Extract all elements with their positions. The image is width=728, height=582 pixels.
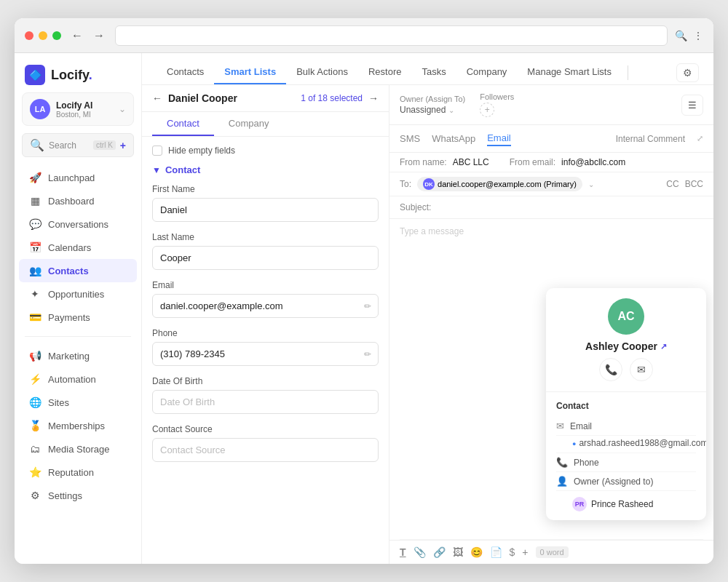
sub-tabs: Contact Company (142, 112, 389, 137)
sidebar-item-settings[interactable]: ⚙ Settings (19, 484, 137, 507)
traffic-light-red[interactable] (25, 31, 33, 40)
cc-button[interactable]: CC (666, 179, 678, 189)
to-recipient-chip[interactable]: DK daniel.cooper@example.com (Primary) (417, 177, 582, 191)
sub-tab-company[interactable]: Company (214, 112, 284, 136)
sidebar-item-launchpad[interactable]: 🚀 Launchpad (19, 166, 137, 189)
tab-manage-smart-lists[interactable]: Manage Smart Lists (517, 60, 622, 84)
settings-gear-button[interactable]: ⚙ (676, 63, 699, 82)
contact-card-avatar: AC (608, 298, 644, 335)
email-button[interactable]: ✉ (630, 358, 653, 381)
dob-input[interactable] (152, 390, 379, 414)
tab-restore[interactable]: Restore (358, 60, 412, 84)
bcc-button[interactable]: BCC (685, 179, 703, 189)
firstname-label: First Name (152, 184, 379, 194)
document-icon[interactable]: 📄 (490, 546, 502, 558)
from-email-value: info@abcllc.com (561, 157, 625, 167)
sidebar-item-contacts[interactable]: 👥 Contacts (19, 259, 137, 282)
sidebar-item-memberships[interactable]: 🏅 Memberships (19, 414, 137, 437)
back-arrow-icon[interactable]: ← (152, 92, 162, 104)
emoji-icon[interactable]: 😊 (470, 546, 483, 558)
tab-company[interactable]: Company (456, 60, 518, 84)
sidebar-item-reputation[interactable]: ⭐ Reputation (19, 461, 137, 484)
sidebar-item-payments[interactable]: 💳 Payments (19, 306, 137, 329)
external-link-icon[interactable]: ↗ (660, 342, 667, 351)
sidebar-item-marketing[interactable]: 📢 Marketing (19, 344, 137, 367)
link-icon[interactable]: 🔗 (433, 546, 446, 558)
email-input[interactable] (152, 294, 379, 318)
address-bar[interactable] (115, 25, 668, 46)
firstname-input[interactable] (152, 198, 379, 222)
section-title: Contact (165, 164, 200, 175)
calendars-icon: 📅 (29, 242, 41, 253)
sidebar-item-media-storage[interactable]: 🗂 Media Storage (19, 437, 137, 461)
sidebar-item-automation[interactable]: ⚡ Automation (19, 367, 137, 391)
chevron-down-icon: ⌄ (119, 104, 126, 114)
attachment-icon[interactable]: 📎 (414, 546, 426, 558)
traffic-light-yellow[interactable] (39, 31, 47, 40)
hide-empty-checkbox[interactable] (152, 146, 162, 156)
top-tabs: Contacts Smart Lists Bulk Actions Restor… (142, 53, 713, 85)
search-input-label: Search (49, 140, 89, 151)
add-icon[interactable]: + (522, 546, 528, 558)
automation-icon: ⚡ (29, 373, 41, 385)
tab-smart-lists[interactable]: Smart Lists (214, 60, 286, 84)
account-card[interactable]: LA Locify AI Boston, MI ⌄ (22, 92, 134, 126)
subject-label: Subject: (400, 202, 431, 212)
nav-back-button[interactable]: ← (68, 28, 86, 44)
card-owner-label: Owner (Assigned to) (574, 477, 653, 487)
owner-chip: PR Prince Rasheed (556, 494, 696, 511)
call-button[interactable]: 📞 (599, 358, 622, 381)
card-owner-icon: 👤 (556, 476, 568, 487)
contact-bubble: AC Ashley Cooper ↗ 📞 ✉ (546, 288, 706, 392)
followers-section: Followers + (480, 92, 514, 117)
lastname-label: Last Name (152, 232, 379, 242)
payments-icon: 💳 (29, 311, 41, 323)
currency-icon[interactable]: $ (510, 546, 515, 558)
tab-sms[interactable]: SMS (400, 132, 420, 146)
contact-card-actions: 📞 ✉ (599, 358, 653, 381)
sidebar-item-sites[interactable]: 🌐 Sites (19, 391, 137, 414)
browser-icons: 🔍 ⋮ (675, 30, 703, 41)
traffic-light-green[interactable] (52, 31, 61, 40)
from-name-value: ABC LLC (453, 157, 489, 167)
filter-button[interactable]: ☰ (681, 95, 703, 116)
owner-value[interactable]: Unassigned ⌄ (400, 105, 465, 115)
search-shortcut: ctrl K (93, 140, 116, 150)
browser-search-icon[interactable]: 🔍 (675, 30, 687, 41)
sidebar-item-label: Opportunities (48, 289, 104, 300)
logo-icon: 🔷 (25, 65, 45, 85)
search-bar[interactable]: 🔍 Search ctrl K + (22, 133, 134, 157)
image-icon[interactable]: 🖼 (453, 546, 463, 558)
browser-toolbar: ← → 🔍 ⋮ (15, 18, 713, 53)
sidebar-item-opportunities[interactable]: ✦ Opportunities (19, 282, 137, 306)
tab-tasks[interactable]: Tasks (411, 60, 456, 84)
form-area: Hide empty fields ▼ Contact First Name L… (142, 137, 389, 564)
section-chevron-icon: ▼ (152, 165, 161, 175)
tab-bulk-actions[interactable]: Bulk Actions (286, 60, 358, 84)
edit-icon[interactable]: ✏ (364, 301, 371, 311)
followers-add-button[interactable]: + (480, 103, 494, 117)
tab-whatsapp[interactable]: WhatsApp (432, 132, 475, 146)
card-owner-item: 👤 Owner (Assigned to) (556, 472, 696, 491)
message-tabs: SMS WhatsApp Email Internal Comment ⤢ (389, 125, 713, 153)
sub-tab-contact[interactable]: Contact (152, 112, 214, 136)
sidebar-item-calendars[interactable]: 📅 Calendars (19, 236, 137, 259)
forward-arrow-icon[interactable]: → (368, 92, 379, 104)
search-plus-icon[interactable]: + (120, 140, 126, 151)
text-format-icon[interactable]: T (400, 546, 406, 558)
tab-contacts[interactable]: Contacts (157, 60, 214, 84)
nav-forward-button[interactable]: → (90, 28, 108, 44)
browser-menu-icon[interactable]: ⋮ (693, 30, 703, 41)
phone-input[interactable] (152, 342, 379, 366)
internal-comment-btn[interactable]: Internal Comment (616, 134, 685, 144)
sidebar-item-conversations[interactable]: 💬 Conversations (19, 212, 137, 236)
expand-icon[interactable]: ⤢ (697, 134, 703, 143)
contact-source-input[interactable] (152, 438, 379, 462)
logo-text: Locify. (51, 68, 92, 83)
sidebar-item-dashboard[interactable]: ▦ Dashboard (19, 189, 137, 212)
nav-buttons: ← → (68, 28, 108, 44)
tab-email[interactable]: Email (487, 131, 511, 146)
subject-input[interactable] (437, 202, 680, 212)
lastname-input[interactable] (152, 246, 379, 270)
edit-phone-icon[interactable]: ✏ (364, 349, 371, 359)
